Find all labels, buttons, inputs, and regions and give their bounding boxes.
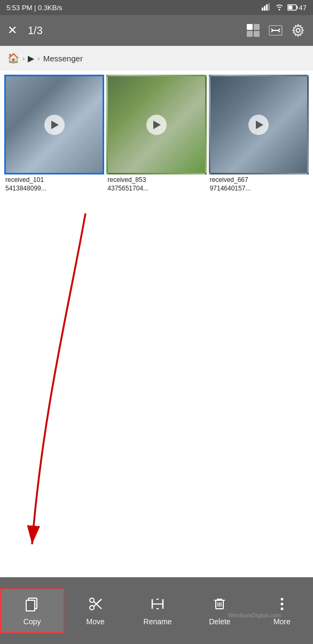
scissors-icon	[88, 596, 104, 614]
move-label: Move	[86, 617, 104, 626]
annotation-arrow	[0, 197, 313, 571]
rename-action[interactable]: Rename	[127, 590, 189, 632]
svg-rect-1	[264, 6, 265, 11]
svg-rect-17	[26, 600, 35, 611]
copy-icon	[24, 596, 40, 614]
status-separator: |	[34, 4, 38, 12]
svg-rect-9	[254, 24, 260, 30]
move-action[interactable]: Move	[64, 590, 126, 632]
parent-folder-icon[interactable]: ▶	[28, 53, 34, 63]
more-action[interactable]: More	[251, 590, 313, 632]
breadcrumb-current: Messenger	[43, 54, 83, 63]
status-bar: 5:53 PM | 0.3KB/s	[0, 0, 313, 15]
thumbnail-3	[209, 75, 309, 174]
breadcrumb-sep-2: ›	[37, 54, 40, 62]
delete-action[interactable]: Delete	[189, 590, 251, 632]
battery-icon: 47	[287, 4, 307, 12]
breadcrumb-sep-1: ›	[22, 54, 25, 62]
svg-rect-8	[247, 24, 253, 30]
play-button-1	[44, 115, 65, 135]
file-item-1[interactable]: received_1015413848099...	[4, 75, 104, 194]
settings-icon[interactable]	[291, 23, 306, 38]
svg-rect-3	[268, 3, 270, 11]
status-time-network: 5:53 PM | 0.3KB/s	[6, 4, 62, 12]
home-icon[interactable]: 🏠	[7, 52, 19, 64]
more-label: More	[273, 617, 291, 626]
play-button-2	[146, 115, 167, 135]
svg-line-23	[97, 599, 101, 603]
svg-point-14	[296, 29, 300, 33]
svg-rect-7	[288, 6, 292, 10]
trash-icon	[212, 596, 228, 614]
status-time: 5:53 PM	[6, 4, 32, 12]
rename-icon	[150, 596, 166, 614]
wifi-icon	[275, 3, 284, 12]
signal-icon	[262, 3, 271, 12]
file-grid: received_1015413848099... received_85343…	[0, 70, 313, 198]
svg-rect-10	[247, 31, 253, 37]
svg-rect-11	[254, 31, 260, 37]
svg-point-34	[280, 598, 283, 601]
action-bar: Copy Move Rename	[0, 577, 313, 644]
rename-label: Rename	[144, 617, 172, 626]
svg-point-35	[280, 603, 283, 606]
resize-icon[interactable]	[268, 23, 283, 38]
status-network: 0.3KB/s	[38, 4, 62, 12]
svg-point-36	[280, 608, 283, 610]
grid-view-icon[interactable]	[246, 23, 261, 38]
breadcrumb: 🏠 › ▶ › Messenger	[0, 46, 313, 70]
battery-percent: 47	[299, 4, 307, 12]
file-item-2[interactable]: received_8534375651704...	[106, 75, 206, 194]
toolbar-actions	[246, 23, 306, 38]
file-item-3[interactable]: received_6679714640157...	[209, 75, 309, 194]
copy-action[interactable]: Copy	[0, 589, 64, 633]
more-dots-icon	[274, 596, 290, 614]
svg-rect-0	[262, 7, 263, 11]
status-icons: 47	[262, 3, 307, 12]
file-name-2: received_8534375651704...	[106, 174, 206, 194]
close-button[interactable]: ✕	[7, 23, 17, 37]
svg-rect-6	[296, 6, 298, 9]
thumbnail-1	[4, 75, 104, 174]
copy-label: Copy	[24, 617, 41, 626]
file-name-3: received_6679714640157...	[209, 174, 309, 194]
delete-label: Delete	[209, 617, 230, 626]
svg-point-4	[278, 9, 280, 10]
thumbnail-2	[106, 75, 206, 174]
svg-rect-2	[266, 4, 268, 11]
play-button-3	[248, 115, 269, 135]
file-counter: 1/3	[28, 25, 240, 37]
main-toolbar: ✕ 1/3	[0, 15, 313, 46]
file-name-1: received_1015413848099...	[4, 174, 104, 194]
watermark: WindowsDigital.com	[228, 612, 281, 618]
